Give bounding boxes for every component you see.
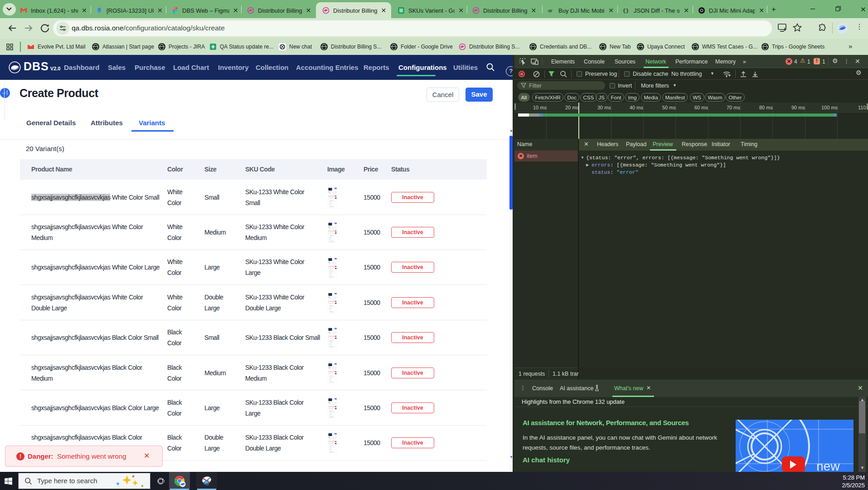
- svg-text:dji: dji: [548, 9, 553, 13]
- svg-text:{}: {}: [623, 8, 629, 14]
